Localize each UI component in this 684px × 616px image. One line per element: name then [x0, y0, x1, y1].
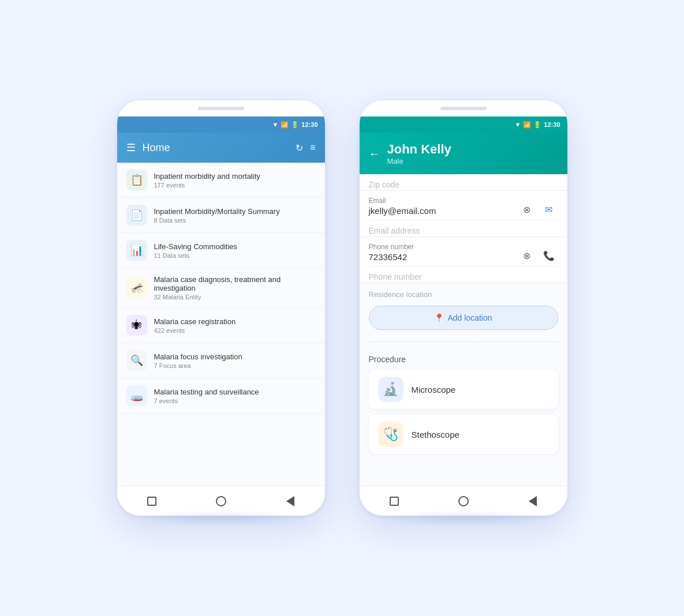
phone2-time: 12:30: [544, 121, 560, 128]
phone-placeholder[interactable]: Phone number: [369, 272, 422, 281]
phone1-top-bar: [117, 100, 325, 117]
refresh-icon[interactable]: ↻: [296, 142, 303, 153]
phone-clear-button[interactable]: ⊗: [518, 246, 536, 265]
phone2-speaker: [440, 107, 487, 110]
procedure-name-0: Microscope: [412, 385, 456, 395]
zip-code-row: Zip code: [360, 174, 567, 190]
phone-inner: Phone number 72336542: [369, 243, 518, 262]
list-item-1[interactable]: 📄 Inpatient Morbidity/Mortality Summary …: [117, 198, 325, 233]
list-item-sub-1: 8 Data sets: [154, 217, 280, 224]
email-placeholder-row: Email address: [360, 220, 567, 236]
list-item-text-6: Malaria testing and surveillance 7 event…: [154, 388, 259, 404]
nav2-home-button[interactable]: [454, 492, 473, 510]
phone2-top-bar: [360, 100, 567, 117]
scene: ▼ 📶 🔋 12:30 ☰ Home ↻ ≡: [0, 0, 684, 616]
list-item-0[interactable]: 📋 Inpatient morbidity and mortality 177 …: [117, 163, 325, 198]
phone2-header: ← John Kelly Male: [360, 133, 567, 174]
list-item-text-1: Inpatient Morbidity/Mortality Summary 8 …: [154, 207, 280, 224]
phone1-time: 12:30: [301, 121, 317, 128]
nav-recent-button[interactable]: [281, 492, 300, 510]
add-location-button[interactable]: 📍 Add location: [369, 306, 558, 330]
email-placeholder[interactable]: Email address: [369, 226, 420, 235]
signal-icon-2: 📶: [523, 121, 531, 129]
zip-code-label: Zip code: [369, 180, 558, 189]
list-item-sub-3: 32 Malaria Entity: [154, 294, 316, 301]
email-send-button[interactable]: ✉: [540, 200, 558, 219]
add-location-text: Add location: [447, 313, 492, 322]
list-item-2[interactable]: 📊 Life-Saving Commodities 11 Data sets: [117, 233, 325, 268]
list-item-title-0: Inpatient morbidity and mortality: [154, 172, 260, 181]
nav2-square-icon: [390, 497, 399, 506]
nav-home-button[interactable]: [212, 492, 230, 510]
list-item-sub-6: 7 events: [154, 397, 259, 404]
back-button[interactable]: ←: [369, 147, 380, 160]
email-clear-button[interactable]: ⊗: [518, 200, 536, 219]
email-value[interactable]: jkelly@email.com: [369, 206, 518, 216]
list-item-text-5: Malaria focus investigation 7 Focus area: [154, 352, 242, 369]
wifi-icon-2: ▼: [514, 121, 521, 128]
nav2-circle-icon: [458, 496, 469, 506]
list-item-sub-5: 7 Focus area: [154, 362, 242, 369]
phone-actions: ⊗ 📞: [518, 243, 558, 265]
phone-value[interactable]: 72336542: [369, 252, 518, 262]
menu-icon[interactable]: ☰: [126, 141, 136, 154]
wifi-icon: ▼: [272, 121, 278, 128]
procedure-section: Procedure 🔬 Microscope 🩺 Stethoscope: [360, 347, 567, 454]
residence-section: Residence location 📍 Add location: [360, 283, 567, 337]
phone2-status-icons: ▼ 📶 🔋 12:30: [514, 121, 560, 129]
profile-gender: Male: [387, 157, 451, 166]
list-item-icon-6: 🧫: [126, 385, 147, 406]
list-item-3[interactable]: 🦟 Malaria case diagnosis, treatment and …: [117, 268, 325, 308]
list-item-icon-5: 🔍: [126, 350, 147, 371]
phone1-screen: ▼ 📶 🔋 12:30 ☰ Home ↻ ≡: [117, 117, 325, 486]
home-title: Home: [143, 142, 296, 154]
phone2-wrap: ▼ 📶 🔋 12:30 ← John Kelly Male: [360, 100, 567, 516]
list-item-sub-0: 177 events: [154, 182, 260, 189]
list-item-text-3: Malaria case diagnosis, treatment and in…: [154, 275, 316, 301]
nav2-recent-button[interactable]: [524, 492, 542, 510]
phone1-wrap: ▼ 📶 🔋 12:30 ☰ Home ↻ ≡: [117, 100, 325, 516]
email-inner: Email jkelly@email.com: [369, 197, 518, 216]
list-item-6[interactable]: 🧫 Malaria testing and surveillance 7 eve…: [117, 378, 325, 414]
phone1: ▼ 📶 🔋 12:30 ☰ Home ↻ ≡: [117, 100, 325, 516]
phone2-shadow: [380, 510, 547, 527]
list-item-sub-2: 11 Data sets: [154, 252, 238, 259]
profile-name: John Kelly: [387, 142, 451, 157]
phone2-status-bar: ▼ 📶 🔋 12:30: [360, 117, 567, 133]
list-item-4[interactable]: 🕷 Malaria case registration 422 events: [117, 308, 325, 343]
filter-icon[interactable]: ≡: [310, 142, 315, 153]
phone-call-button[interactable]: 📞: [540, 246, 558, 265]
phone-row: Phone number 72336542 ⊗ 📞: [360, 237, 567, 266]
procedure-icon-0: 🔬: [378, 377, 403, 402]
email-label: Email: [369, 197, 518, 205]
list-item-title-4: Malaria case registration: [154, 317, 236, 326]
list-item-title-6: Malaria testing and surveillance: [154, 388, 259, 396]
list-item-sub-4: 422 events: [154, 327, 236, 334]
list-item-title-2: Life-Saving Commodities: [154, 242, 238, 251]
phone2-screen: ▼ 📶 🔋 12:30 ← John Kelly Male: [360, 117, 567, 486]
list-item-title-5: Malaria focus investigation: [154, 352, 242, 361]
list-item-icon-3: 🦟: [126, 277, 147, 298]
phone1-shadow: [138, 510, 304, 527]
procedure-label: Procedure: [369, 347, 558, 370]
nav-square-icon: [147, 497, 156, 506]
list-item-title-1: Inpatient Morbidity/Mortality Summary: [154, 207, 280, 216]
procedure-card-0[interactable]: 🔬 Microscope: [369, 370, 558, 409]
location-pin-icon: 📍: [434, 313, 444, 322]
list-item-title-3: Malaria case diagnosis, treatment and in…: [154, 275, 316, 292]
battery-icon: 🔋: [291, 121, 299, 129]
procedure-card-1[interactable]: 🩺 Stethoscope: [369, 415, 558, 454]
signal-icon: 📶: [281, 121, 289, 129]
phone1-list: 📋 Inpatient morbidity and mortality 177 …: [117, 163, 325, 486]
nav-circle-icon: [216, 496, 226, 506]
nav-back-button[interactable]: [143, 492, 161, 510]
list-item-5[interactable]: 🔍 Malaria focus investigation 7 Focus ar…: [117, 343, 325, 378]
header-icons: ↻ ≡: [296, 142, 315, 153]
zip-code-group: Zip code: [360, 174, 567, 191]
nav2-back-button[interactable]: [385, 492, 403, 510]
phone1-status-bar: ▼ 📶 🔋 12:30: [117, 117, 325, 133]
list-item-text-4: Malaria case registration 422 events: [154, 317, 236, 334]
phone-label: Phone number: [369, 243, 518, 251]
phone2: ▼ 📶 🔋 12:30 ← John Kelly Male: [360, 100, 567, 516]
battery-icon-2: 🔋: [533, 121, 541, 129]
